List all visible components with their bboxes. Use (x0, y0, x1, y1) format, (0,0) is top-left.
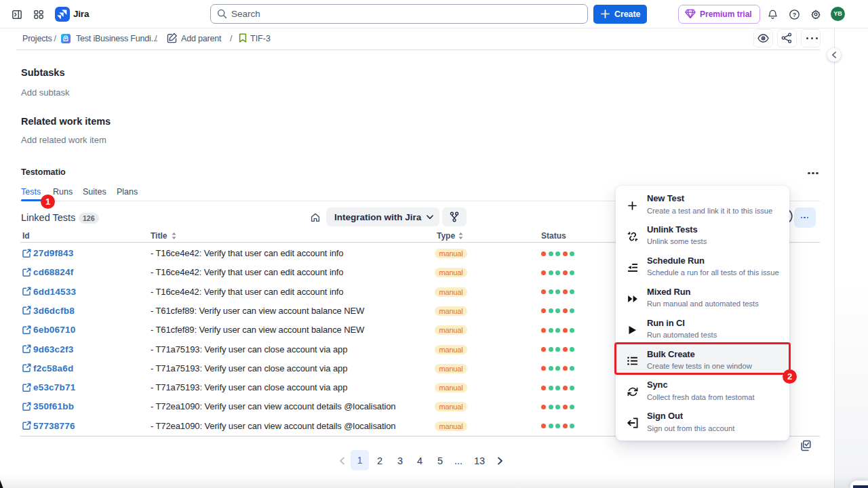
svg-text:?: ? (792, 12, 796, 18)
